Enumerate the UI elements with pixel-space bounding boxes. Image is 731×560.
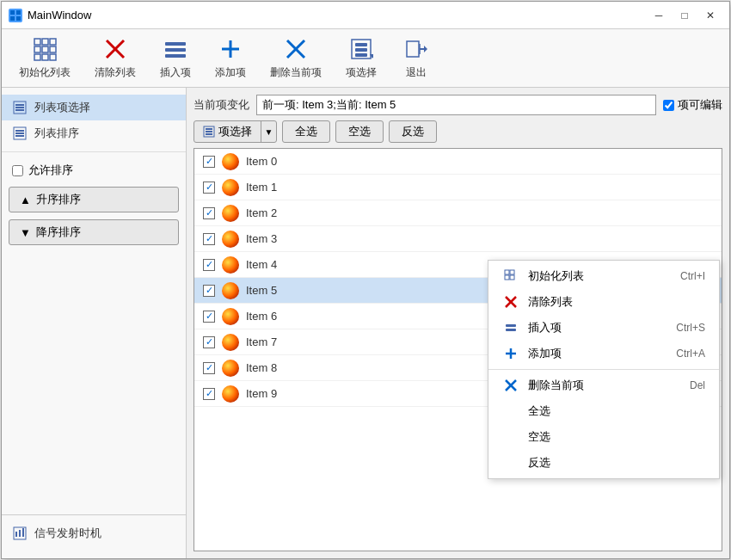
add-item-icon xyxy=(217,37,244,62)
sidebar-item-list-select[interactable]: 列表项选择 xyxy=(2,95,186,120)
list-item-checkbox[interactable]: ✓ xyxy=(203,233,215,245)
svg-rect-41 xyxy=(19,530,21,537)
allow-sort-checkbox[interactable] xyxy=(12,165,23,176)
ctx-label-ctx-invert: 反选 xyxy=(528,455,705,471)
ctx-item-ctx-clear[interactable]: 清除列表 xyxy=(488,289,719,315)
svg-rect-8 xyxy=(42,46,48,52)
sidebar-item-list-sort[interactable]: 列表排序 xyxy=(2,120,186,146)
editable-checkbox-row[interactable]: 项可编辑 xyxy=(663,97,722,113)
svg-rect-46 xyxy=(206,133,212,135)
title-controls: ─ □ ✕ xyxy=(647,6,722,25)
select-dropdown-button[interactable]: ▼ xyxy=(261,121,276,142)
list-item-checkbox[interactable]: ✓ xyxy=(203,285,215,297)
allow-sort-checkbox-row[interactable]: 允许排序 xyxy=(2,157,186,183)
init-list-button[interactable]: 初始化列表 xyxy=(9,34,81,83)
signal-label: 信号发射时机 xyxy=(34,526,101,541)
ctx-icon-ctx-add xyxy=(502,345,519,362)
item-orb-icon xyxy=(222,179,239,196)
list-item[interactable]: ✓Item 0 xyxy=(194,149,722,175)
list-item-checkbox[interactable]: ✓ xyxy=(203,259,215,271)
exit-label: 退出 xyxy=(406,65,427,80)
svg-rect-38 xyxy=(15,135,24,137)
item-label: Item 1 xyxy=(246,181,277,194)
list-item-checkbox[interactable]: ✓ xyxy=(203,311,215,323)
asc-sort-button[interactable]: ▲ 升序排序 xyxy=(9,187,179,212)
list-item[interactable]: ✓Item 3 xyxy=(194,226,722,252)
close-button[interactable]: ✕ xyxy=(698,6,722,25)
svg-rect-27 xyxy=(407,41,419,57)
item-label: Item 9 xyxy=(246,387,277,400)
ctx-label-ctx-init: 初始化列表 xyxy=(528,268,672,284)
svg-rect-40 xyxy=(15,532,17,537)
list-item-checkbox[interactable]: ✓ xyxy=(203,362,215,374)
ctx-icon-ctx-all xyxy=(502,403,519,420)
ctx-icon-ctx-insert xyxy=(502,319,519,336)
exit-icon xyxy=(402,37,430,62)
list-item-checkbox[interactable]: ✓ xyxy=(203,336,215,348)
ctx-label-ctx-insert: 插入项 xyxy=(528,320,667,335)
context-menu: 初始化列表Ctrl+I 清除列表 插入项Ctrl+S 添加项Ctrl+A 删除当… xyxy=(488,260,720,479)
all-select-button[interactable]: 全选 xyxy=(282,120,330,143)
select-btn-label: 项选择 xyxy=(218,124,252,139)
ctx-item-ctx-add[interactable]: 添加项Ctrl+A xyxy=(488,341,719,366)
item-label: Item 4 xyxy=(246,258,277,271)
list-item[interactable]: ✓Item 1 xyxy=(194,175,722,200)
desc-sort-label: 降序排序 xyxy=(36,225,81,240)
svg-rect-34 xyxy=(15,109,24,111)
item-orb-icon xyxy=(222,360,239,377)
invert-select-button[interactable]: 反选 xyxy=(389,120,437,143)
editable-checkbox[interactable] xyxy=(663,100,674,111)
list-item-checkbox[interactable]: ✓ xyxy=(203,182,215,194)
clear-list-button[interactable]: 清除列表 xyxy=(84,34,146,83)
list-select-icon xyxy=(12,100,28,115)
svg-rect-37 xyxy=(15,132,24,134)
ctx-item-ctx-delete[interactable]: 删除当前项Del xyxy=(488,372,719,398)
ctx-divider xyxy=(488,369,719,370)
desc-icon: ▼ xyxy=(20,226,31,239)
item-orb-icon xyxy=(222,205,239,222)
ctx-icon-ctx-delete xyxy=(502,377,519,394)
ctx-item-ctx-insert[interactable]: 插入项Ctrl+S xyxy=(488,315,719,341)
item-orb-icon xyxy=(222,231,239,248)
svg-rect-2 xyxy=(10,16,15,21)
select-split-button[interactable]: 项选择 ▼ xyxy=(194,120,277,143)
item-orb-icon xyxy=(222,385,239,403)
svg-rect-11 xyxy=(42,54,48,60)
item-label: Item 3 xyxy=(246,232,277,245)
svg-rect-1 xyxy=(16,10,21,15)
sidebar-signal-item[interactable]: 信号发射时机 xyxy=(2,520,186,546)
list-sort-icon xyxy=(12,126,28,141)
ctx-item-ctx-none[interactable]: 空选 xyxy=(488,424,719,450)
window-title: MainWindow xyxy=(28,9,91,22)
list-item[interactable]: ✓Item 2 xyxy=(194,200,722,226)
ctx-shortcut-ctx-init: Ctrl+I xyxy=(680,270,705,282)
desc-sort-button[interactable]: ▼ 降序排序 xyxy=(9,219,179,245)
ctx-item-ctx-all[interactable]: 全选 xyxy=(488,398,719,424)
list-item-checkbox[interactable]: ✓ xyxy=(203,156,215,168)
ctx-item-ctx-invert[interactable]: 反选 xyxy=(488,450,719,476)
list-item-checkbox[interactable]: ✓ xyxy=(203,207,215,219)
delete-item-button[interactable]: 删除当前项 xyxy=(260,34,332,83)
ctx-icon-ctx-clear xyxy=(502,293,519,311)
svg-rect-44 xyxy=(206,128,212,130)
svg-rect-50 xyxy=(510,275,514,280)
exit-button[interactable]: 退出 xyxy=(390,34,442,83)
svg-rect-16 xyxy=(165,48,186,52)
status-input[interactable] xyxy=(256,95,656,115)
list-item-checkbox[interactable]: ✓ xyxy=(203,388,215,400)
minimize-button[interactable]: ─ xyxy=(647,6,671,25)
none-select-button[interactable]: 空选 xyxy=(335,120,384,143)
status-label: 当前项变化 xyxy=(194,97,249,113)
svg-rect-54 xyxy=(506,329,516,331)
add-item-button[interactable]: 添加项 xyxy=(205,34,256,83)
ctx-icon-ctx-init xyxy=(502,268,519,285)
select-main-button[interactable]: 项选择 xyxy=(194,121,261,142)
ctx-item-ctx-init[interactable]: 初始化列表Ctrl+I xyxy=(488,263,719,289)
maximize-button[interactable]: □ xyxy=(673,6,697,25)
select-item-button[interactable]: 项选择 xyxy=(335,34,387,83)
insert-item-button[interactable]: 插入项 xyxy=(150,34,201,83)
delete-item-icon xyxy=(282,37,310,62)
sidebar-list-select-label: 列表项选择 xyxy=(34,100,90,115)
svg-rect-5 xyxy=(42,39,48,45)
sidebar: 列表项选择 列表排序 允许排序 ▲ xyxy=(2,88,187,558)
